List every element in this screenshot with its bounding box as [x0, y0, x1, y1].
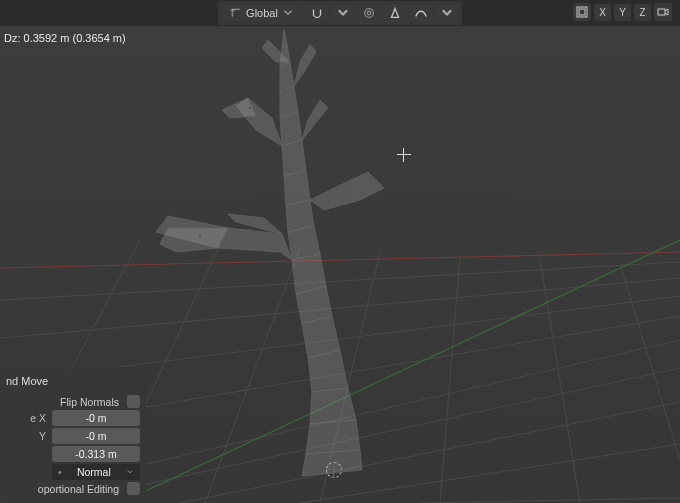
svg-marker-21 — [308, 350, 348, 392]
view-perspective-toggle[interactable] — [573, 3, 591, 21]
svg-marker-28 — [282, 140, 306, 176]
svg-marker-19 — [306, 420, 360, 454]
svg-point-47 — [299, 287, 301, 289]
svg-line-8 — [420, 498, 680, 503]
prop-edit-checkbox[interactable] — [127, 482, 140, 495]
chevron-down-icon — [282, 7, 294, 19]
svg-marker-25 — [288, 226, 320, 260]
svg-marker-37 — [310, 172, 384, 210]
svg-marker-38 — [236, 98, 282, 146]
svg-marker-35 — [160, 228, 228, 252]
operator-panel-title: nd Move — [0, 371, 140, 393]
object-origin-icon — [326, 462, 342, 478]
orientation-label: Global — [246, 7, 278, 19]
svg-marker-24 — [292, 254, 326, 294]
svg-marker-31 — [280, 62, 294, 92]
flip-normals-checkbox[interactable] — [127, 395, 140, 408]
svg-rect-64 — [658, 9, 665, 15]
svg-marker-29 — [280, 112, 302, 146]
viewport-header: Global X Y Z — [0, 0, 680, 26]
svg-point-46 — [303, 329, 305, 331]
svg-marker-36 — [228, 214, 282, 234]
svg-rect-63 — [579, 9, 585, 15]
svg-marker-40 — [294, 44, 316, 86]
transform-status-text: Dz: 0.3592 m (0.3654 m) — [4, 32, 126, 44]
svg-line-6 — [180, 402, 680, 503]
svg-point-51 — [285, 129, 287, 131]
svg-marker-30 — [280, 86, 298, 118]
svg-point-49 — [291, 209, 293, 211]
svg-line-11 — [205, 248, 300, 503]
svg-line-1 — [0, 278, 680, 338]
svg-point-58 — [375, 179, 377, 181]
snap-dropdown[interactable] — [332, 3, 354, 23]
svg-line-12 — [320, 252, 380, 503]
options-dropdown[interactable] — [436, 3, 458, 23]
svg-marker-41 — [262, 40, 290, 62]
chevron-down-icon — [126, 468, 134, 476]
svg-marker-23 — [296, 286, 332, 324]
svg-marker-20 — [310, 388, 356, 424]
svg-line-0 — [0, 262, 680, 300]
svg-point-50 — [287, 169, 289, 171]
svg-point-48 — [295, 249, 297, 251]
svg-point-61 — [367, 11, 371, 15]
svg-point-56 — [169, 225, 171, 227]
camera-view-button[interactable] — [654, 3, 672, 21]
svg-marker-26 — [286, 200, 314, 232]
svg-point-43 — [329, 459, 331, 461]
svg-line-13 — [440, 256, 460, 503]
svg-point-60 — [365, 9, 374, 18]
move-y-label: Y — [0, 430, 46, 442]
svg-line-15 — [620, 264, 680, 460]
falloff-menu[interactable] — [410, 3, 432, 23]
svg-point-55 — [199, 235, 201, 237]
operator-panel: nd Move Flip Normals e X -0 m Y -0 m -0.… — [0, 367, 146, 503]
svg-marker-34 — [156, 216, 292, 260]
svg-point-45 — [311, 379, 313, 381]
svg-line-5 — [60, 368, 680, 503]
svg-marker-42 — [302, 100, 328, 140]
proportional-falloff-dropdown[interactable] — [384, 3, 406, 23]
prop-edit-label: oportional Editing — [38, 483, 121, 495]
orientation-select[interactable]: Normal — [52, 464, 140, 480]
move-z-field[interactable]: -0.313 m — [52, 446, 140, 462]
move-x-field[interactable]: -0 m — [52, 410, 140, 426]
svg-marker-22 — [302, 316, 340, 358]
svg-marker-33 — [282, 30, 287, 48]
move-x-label: e X — [0, 412, 46, 424]
axis-y-button[interactable]: Y — [614, 4, 631, 21]
svg-line-16 — [0, 252, 680, 268]
move-y-field[interactable]: -0 m — [52, 428, 140, 444]
svg-point-44 — [317, 419, 319, 421]
transform-orientation-dropdown[interactable]: Global — [222, 5, 302, 21]
svg-point-54 — [249, 229, 251, 231]
flip-normals-label: Flip Normals — [60, 396, 121, 408]
svg-line-7 — [300, 444, 680, 503]
svg-point-57 — [349, 189, 351, 191]
svg-point-52 — [283, 89, 285, 91]
cursor-3d-icon — [397, 148, 411, 162]
svg-line-17 — [120, 240, 680, 503]
svg-marker-18 — [302, 450, 362, 476]
svg-point-53 — [283, 49, 285, 51]
svg-point-59 — [249, 107, 251, 109]
svg-marker-39 — [222, 98, 256, 118]
svg-marker-32 — [280, 44, 290, 66]
proportional-editing-toggle[interactable] — [358, 3, 380, 23]
svg-marker-27 — [284, 170, 310, 206]
snap-toggle[interactable] — [306, 3, 328, 23]
axis-x-button[interactable]: X — [594, 4, 611, 21]
svg-line-14 — [540, 260, 580, 503]
axis-z-button[interactable]: Z — [634, 4, 651, 21]
